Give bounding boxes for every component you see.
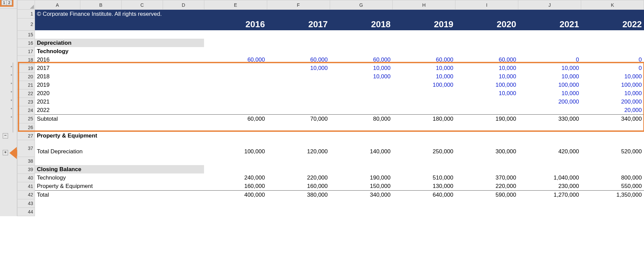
row-header[interactable]: 19 [17,64,35,72]
row-label[interactable]: Total [35,191,204,199]
cell[interactable]: 10,000 [330,64,393,72]
row-header[interactable]: 1 [17,10,35,18]
cell[interactable]: 70,000 [267,115,330,123]
cell[interactable]: 60,000 [204,55,267,64]
cell[interactable]: 130,000 [393,182,455,191]
select-all-corner[interactable] [17,0,35,10]
cell[interactable]: 10,000 [518,89,581,97]
cell[interactable] [35,199,644,207]
cell[interactable]: 520,000 [581,140,644,157]
cell[interactable]: 590,000 [455,191,518,199]
cell[interactable] [35,157,644,165]
cell[interactable] [204,97,267,106]
cell[interactable]: 230,000 [518,182,581,191]
cell[interactable]: 60,000 [330,55,393,64]
row-header[interactable]: 24 [17,106,35,115]
row-header[interactable]: 16 [17,39,35,47]
row-label[interactable]: Total Depreciation [35,140,204,157]
cell[interactable]: 10,000 [581,89,644,97]
cell[interactable]: 0 [581,64,644,72]
cell[interactable]: 100,000 [581,81,644,89]
cell[interactable] [204,81,267,89]
row-header[interactable]: 20 [17,72,35,81]
cell[interactable] [267,81,330,89]
subsection-property[interactable]: Property & Equipment [35,131,204,140]
outline-level-1-button[interactable]: 1 [1,0,7,5]
row-header[interactable]: 39 [17,165,35,173]
cell[interactable]: 60,000 [204,115,267,123]
col-header-F[interactable]: F [267,0,330,10]
cell[interactable]: 100,000 [204,140,267,157]
col-header-G[interactable]: G [330,0,393,10]
row-header[interactable]: 23 [17,97,35,106]
cell[interactable] [204,131,644,140]
col-header-E[interactable]: E [204,0,267,10]
cell[interactable]: 0 [581,55,644,64]
cell[interactable] [330,97,393,106]
cell[interactable]: 10,000 [581,72,644,81]
cell[interactable] [393,89,455,97]
row-header[interactable]: 25 [17,115,35,123]
row-header[interactable]: 42 [17,191,35,199]
cell[interactable] [204,106,267,115]
cell[interactable]: 420,000 [518,140,581,157]
row-label[interactable]: Subtotal [35,115,204,123]
year-header[interactable]: 2019 [393,18,455,30]
cell[interactable]: 200,000 [581,97,644,106]
cell[interactable] [455,97,518,106]
col-header-A[interactable]: A [35,0,80,10]
row-label[interactable]: 2016 [35,55,204,64]
cell[interactable] [518,106,581,115]
row-label[interactable]: 2017 [35,64,204,72]
year-header[interactable]: 2022 [581,18,644,30]
row-header[interactable]: 43 [17,199,35,207]
col-header-K[interactable]: K [581,0,644,10]
cell[interactable]: 140,000 [330,140,393,157]
cell[interactable] [204,64,267,72]
cell[interactable]: 60,000 [267,55,330,64]
cell[interactable] [204,165,644,173]
cell[interactable]: 1,040,000 [518,173,581,182]
cell[interactable]: 510,000 [393,173,455,182]
cell[interactable]: 10,000 [330,72,393,81]
cell[interactable]: 20,000 [581,106,644,115]
row-header[interactable]: 18 [17,55,35,64]
col-header-H[interactable]: H [393,0,455,10]
year-header[interactable]: 2016 [204,18,267,30]
year-header[interactable]: 2021 [518,18,581,30]
row-header[interactable]: 2 [17,18,35,30]
row-header[interactable]: 17 [17,47,35,55]
cell[interactable] [267,89,330,97]
cell[interactable]: 10,000 [518,64,581,72]
cell[interactable] [204,47,644,55]
col-header-B[interactable]: B [80,0,121,10]
outline-expand-button[interactable]: + [3,150,8,155]
row-label[interactable]: Technology [35,173,204,182]
cell[interactable]: 160,000 [204,182,267,191]
row-label[interactable]: 2019 [35,81,204,89]
cell[interactable]: 220,000 [267,173,330,182]
cell[interactable]: 340,000 [581,115,644,123]
row-label[interactable]: 2022 [35,106,204,115]
cell[interactable]: 250,000 [393,140,455,157]
cell[interactable]: 60,000 [393,55,455,64]
row-header[interactable]: 27 [17,131,35,140]
row-header[interactable]: 21 [17,81,35,89]
cell[interactable] [393,106,455,115]
cell[interactable]: 120,000 [267,140,330,157]
cell[interactable]: 10,000 [518,72,581,81]
cell[interactable]: 400,000 [204,191,267,199]
outline-level-2-button[interactable]: 2 [7,0,12,5]
cell[interactable]: 10,000 [393,64,455,72]
row-header[interactable]: 26 [17,123,35,131]
cell[interactable] [455,106,518,115]
row-header[interactable]: 22 [17,89,35,97]
cell[interactable]: 640,000 [393,191,455,199]
row-label[interactable]: 2021 [35,97,204,106]
cell[interactable] [330,81,393,89]
col-header-I[interactable]: I [455,0,518,10]
cell[interactable]: 240,000 [204,173,267,182]
cell[interactable] [35,30,644,39]
cell[interactable]: 1,270,000 [518,191,581,199]
section-label-closing[interactable]: Closing Balance [35,165,204,173]
